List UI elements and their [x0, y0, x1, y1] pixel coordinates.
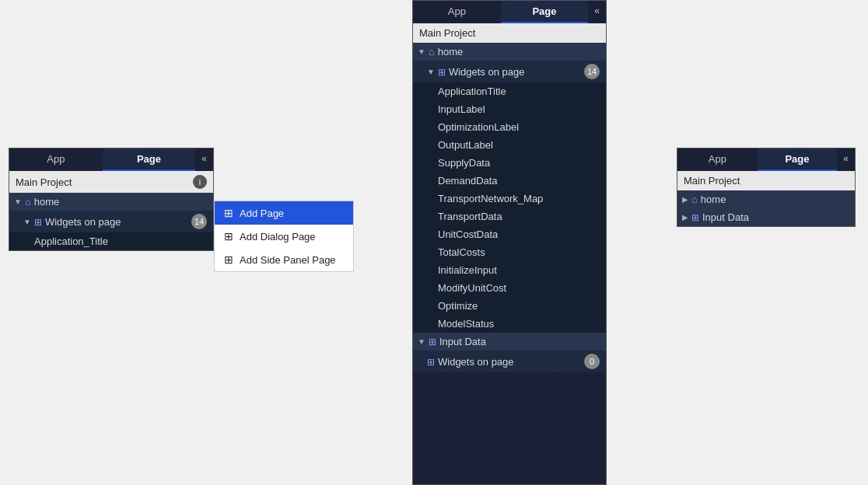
tree-totalcosts[interactable]: TotalCosts: [413, 243, 606, 261]
inputdata-label-center: Input Data: [439, 336, 486, 347]
collapse-left[interactable]: «: [195, 148, 213, 171]
tree-transportmap[interactable]: TransportNetwork_Map: [413, 190, 606, 208]
widgets-icon-left: [34, 216, 45, 228]
tree-optlabel[interactable]: OptimizationLabel: [413, 118, 606, 136]
inputdata-icon-right: [691, 211, 702, 223]
tree-inputlabel[interactable]: InputLabel: [413, 100, 606, 118]
panel-left: App Page « Main Project i home Widgets o…: [9, 148, 214, 251]
tab-page-left[interactable]: Page: [103, 148, 196, 171]
project-name-left: Main Project: [16, 176, 72, 188]
home-label-left: home: [34, 196, 60, 208]
add-page-icon: ⊞: [224, 207, 233, 219]
home-icon-left: [25, 196, 34, 208]
tab-app-center[interactable]: App: [413, 1, 501, 23]
triangle-inputdata-center: [418, 337, 425, 346]
tree-initinput[interactable]: InitializeInput: [413, 261, 606, 279]
project-row-center: Main Project: [413, 23, 606, 43]
panel-right: App Page « Main Project home Input Data: [677, 148, 856, 227]
tree-widgets2-center[interactable]: Widgets on page 0: [413, 351, 606, 372]
home-label-center: home: [438, 46, 464, 58]
tree-apptitle-center[interactable]: ApplicationTitle: [413, 82, 606, 100]
project-row-right: Main Project: [677, 171, 855, 190]
tab-app-left[interactable]: App: [9, 148, 103, 171]
tree-widgets-left[interactable]: Widgets on page 14: [9, 211, 213, 232]
widgets2-label-center: Widgets on page: [438, 356, 514, 368]
dropdown-add-page[interactable]: ⊞ Add Page: [215, 201, 353, 225]
add-dialog-label: Add Dialog Page: [240, 231, 316, 242]
panel-right-header: App Page «: [677, 148, 855, 171]
tab-page-right[interactable]: Page: [758, 148, 838, 171]
tree-inputdata-right[interactable]: Input Data: [677, 208, 855, 226]
widgets-badge-center: 14: [584, 64, 600, 79]
apptitle-label-center: ApplicationTitle: [438, 85, 506, 97]
add-side-label: Add Side Panel Page: [240, 254, 336, 266]
tree-modifyunit[interactable]: ModifyUnitCost: [413, 279, 606, 297]
dropdown-add-dialog[interactable]: ⊞ Add Dialog Page: [215, 225, 353, 248]
widgets2-badge-center: 0: [584, 354, 600, 369]
panel-center: App Page « Main Project home Widgets on …: [412, 0, 607, 485]
tree-demanddata[interactable]: DemandData: [413, 172, 606, 190]
collapse-center[interactable]: «: [588, 1, 606, 23]
add-side-icon: ⊞: [224, 253, 233, 266]
modelstatus-label: ModelStatus: [438, 318, 494, 330]
add-page-label: Add Page: [240, 208, 284, 219]
modifyunit-label: ModifyUnitCost: [438, 282, 506, 294]
tree-optimize[interactable]: Optimize: [413, 297, 606, 315]
triangle-home-center: [418, 47, 425, 56]
triangle-inputdata-right: [682, 213, 688, 222]
demanddata-label: DemandData: [438, 175, 498, 187]
tree-home-center[interactable]: home: [413, 43, 606, 61]
outputlabel-label: OutputLabel: [438, 139, 493, 151]
home-icon-center: [429, 46, 438, 58]
widgets-label-left: Widgets on page: [45, 216, 121, 228]
tree-home-left[interactable]: home: [9, 193, 213, 211]
tab-page-center[interactable]: Page: [501, 1, 589, 23]
dropdown-add-side[interactable]: ⊞ Add Side Panel Page: [215, 248, 353, 271]
panel-center-header: App Page «: [413, 1, 606, 23]
panel-left-header: App Page «: [9, 148, 213, 171]
project-row-left: Main Project i: [9, 171, 213, 193]
optlabel-label: OptimizationLabel: [438, 121, 519, 133]
tab-app-right[interactable]: App: [677, 148, 758, 171]
home-icon-right: [691, 194, 701, 205]
tree-widgets-center[interactable]: Widgets on page 14: [413, 61, 606, 82]
widgets-badge-left: 14: [191, 214, 207, 229]
tree-modelstatus[interactable]: ModelStatus: [413, 315, 606, 333]
collapse-right[interactable]: «: [837, 148, 855, 171]
optimize-label: Optimize: [438, 300, 478, 312]
home-label-right: home: [701, 194, 726, 205]
transportdata-label: TransportData: [438, 211, 502, 222]
transportmap-label: TransportNetwork_Map: [438, 193, 543, 204]
info-icon-left[interactable]: i: [193, 175, 207, 189]
inputlabel-label: InputLabel: [438, 103, 485, 115]
tree-home-right[interactable]: home: [677, 190, 855, 208]
triangle-widgets-center: [427, 68, 435, 76]
supplydata-label: SupplyData: [438, 157, 490, 169]
tree-apptitle-left[interactable]: Application_Title: [9, 232, 213, 250]
unitcostdata-label: UnitCostData: [438, 229, 498, 240]
add-dialog-icon: ⊞: [224, 230, 233, 242]
totalcosts-label: TotalCosts: [438, 246, 485, 258]
widgets2-icon-center: [427, 356, 438, 368]
triangle-home-left: [14, 197, 22, 206]
tree-inputdata-center[interactable]: Input Data: [413, 333, 606, 351]
initinput-label: InitializeInput: [438, 264, 497, 276]
tree-outputlabel[interactable]: OutputLabel: [413, 136, 606, 154]
apptitle-label-left: Application_Title: [34, 236, 108, 247]
triangle-home-right: [682, 195, 688, 204]
triangle-widgets-left: [23, 218, 31, 226]
inputdata-icon-center: [429, 336, 439, 347]
tree-supplydata[interactable]: SupplyData: [413, 154, 606, 172]
widgets-icon-center: [438, 66, 449, 78]
project-name-right: Main Project: [684, 175, 740, 187]
dropdown-menu: ⊞ Add Page ⊞ Add Dialog Page ⊞ Add Side …: [214, 201, 354, 272]
widgets-label-center: Widgets on page: [449, 66, 525, 78]
tree-transportdata[interactable]: TransportData: [413, 208, 606, 225]
project-name-center: Main Project: [419, 27, 475, 39]
inputdata-label-right: Input Data: [702, 211, 749, 223]
tree-unitcostdata[interactable]: UnitCostData: [413, 225, 606, 243]
